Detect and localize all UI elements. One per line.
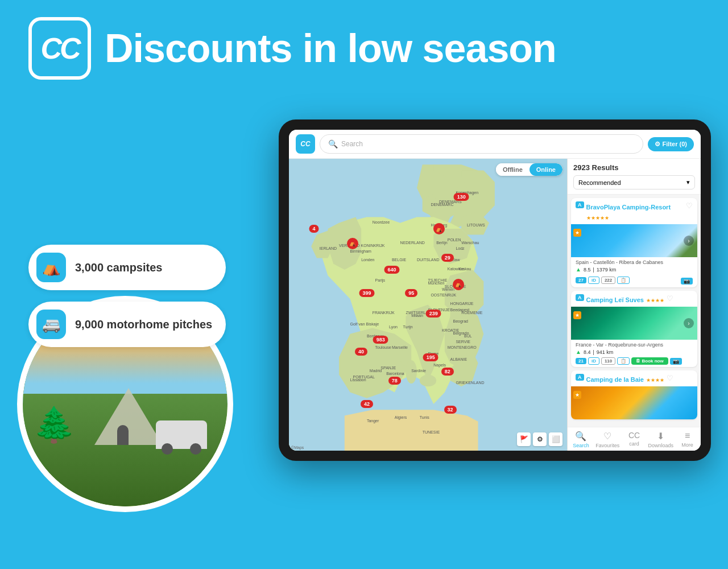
downloads-nav-label: Downloads [648, 443, 674, 448]
map-area[interactable]: NoordzeeVERENIGD KONINKRIJKNEDERLANDBELG… [289, 159, 567, 451]
card-nav-label: card [629, 441, 639, 447]
map-marker[interactable]: 40 [355, 348, 367, 356]
map-controls: 🚩 ⚙ ⬜ [517, 432, 562, 446]
card-title: Camping de la Baie [586, 376, 644, 383]
map-marker[interactable]: 29 [441, 254, 454, 262]
card-tags: 21 iD 110 📋 🗓 Book now 📷 [576, 357, 693, 365]
maps-attribution: ©Maps [291, 446, 304, 450]
svg-point-2 [406, 360, 417, 384]
nav-card[interactable]: CC card [621, 431, 648, 448]
flag-control[interactable]: 🚩 [517, 432, 531, 446]
online-offline-toggle[interactable]: Offline Online [496, 163, 562, 176]
filter-label: Filter (0) [663, 141, 687, 147]
favorite-icon[interactable]: ♡ [667, 374, 673, 382]
campsite-icon-marker[interactable]: ⛺ [453, 279, 464, 290]
map-marker[interactable]: 82 [441, 368, 454, 376]
campsite-card-3[interactable]: A Camping de la Baie ★★★★ ♡ ★ [571, 370, 697, 419]
next-image-arrow[interactable]: › [684, 236, 694, 246]
results-panel: 2923 Results Recommended ▾ A BravoPlaya … [567, 159, 701, 451]
favorites-nav-icon: ♡ [603, 431, 611, 442]
card-rating: ▲ 8.4 | 941 km [576, 349, 693, 355]
filter-button[interactable]: ⚙ Filter (0) [648, 137, 694, 151]
map-marker[interactable]: 640 [384, 266, 399, 274]
sort-label: Recommended [578, 179, 621, 186]
search-nav-icon: 🔍 [575, 431, 586, 442]
nav-search[interactable]: 🔍 Search [568, 431, 594, 448]
motorhome-label: 9,000 motorhome pitches [75, 318, 212, 331]
card-rating: ▲ 8.5 | 1379 km [576, 266, 693, 273]
card-stars: ★★★★ [646, 298, 664, 303]
camera-icon: 📷 [670, 358, 682, 365]
cc-logo: CC [28, 17, 91, 80]
map-marker[interactable]: 32 [444, 406, 457, 414]
search-icon: 🔍 [328, 139, 338, 149]
logo-text: CC [40, 31, 78, 65]
tag-cc: 222 [601, 277, 615, 284]
results-count: 2923 Results [573, 163, 695, 172]
card-image: ★ [571, 386, 697, 419]
sort-dropdown[interactable]: Recommended ▾ [573, 175, 695, 189]
map-marker[interactable]: 130 [454, 193, 469, 201]
app-logo: CC [296, 134, 315, 154]
campsite-icon-marker[interactable]: ⛺ [433, 223, 445, 234]
card-tags: 27 iD 222 📋 📷 [576, 275, 693, 285]
campsite-card-1[interactable]: A BravoPlaya Camping-Resort ★★★★★ ♡ › [571, 198, 697, 287]
card-star-badge: ★ [573, 309, 581, 319]
map-marker[interactable]: 399 [359, 289, 374, 297]
results-header: 2923 Results Recommended ▾ [568, 159, 701, 195]
campsite-icon-marker[interactable]: ⛺ [347, 238, 358, 249]
map-marker[interactable]: 78 [388, 377, 401, 385]
card-badge: A [576, 294, 584, 301]
tag-id: iD [588, 357, 599, 365]
bottom-nav: 🔍 Search ♡ Favourites CC card ⬇ Download… [568, 427, 701, 451]
offline-toggle[interactable]: Offline [496, 163, 530, 176]
tag-id: iD [588, 277, 599, 284]
header: CC Discounts in low season [0, 0, 728, 85]
search-nav-label: Search [573, 443, 589, 448]
card-badge: A [576, 201, 584, 208]
more-nav-label: More [681, 442, 693, 448]
next-image-arrow[interactable]: › [684, 318, 694, 328]
map-marker[interactable]: 42 [361, 400, 373, 408]
card-location: France - Var - Roquebrune-sur-Argens [576, 342, 693, 348]
map-marker[interactable]: 983 [373, 336, 388, 344]
card-stars: ★★★★★ [586, 215, 609, 221]
favorite-icon[interactable]: ♡ [667, 294, 673, 303]
book-now-button[interactable]: 🗓 Book now [631, 357, 668, 365]
favorite-icon[interactable]: ♡ [686, 201, 693, 210]
map-marker[interactable]: 195 [423, 353, 439, 361]
online-toggle[interactable]: Online [530, 163, 562, 176]
more-nav-icon: ≡ [685, 431, 690, 441]
campsite-card-2[interactable]: A Camping Leï Suves ★★★★ ♡ › ★ [571, 291, 697, 367]
motorhome-badge: 🚐 9,000 motorhome pitches [28, 302, 226, 347]
motorhome-icon: 🚐 [36, 310, 66, 339]
map-marker[interactable]: 239 [426, 310, 441, 318]
layers-control[interactable]: ⬜ [549, 432, 562, 446]
nav-favourites[interactable]: ♡ Favourites [594, 431, 621, 448]
europe-map [289, 159, 567, 451]
tag-cc: 110 [601, 357, 615, 365]
search-placeholder: Search [341, 140, 363, 148]
map-marker[interactable]: 4 [309, 225, 318, 233]
nav-downloads[interactable]: ⬇ Downloads [647, 431, 674, 448]
filter-icon: ⚙ [655, 141, 660, 148]
card-badge: A [576, 374, 584, 381]
chevron-down-icon: ▾ [686, 179, 690, 186]
card-title: BravoPlaya Camping-Resort [586, 204, 671, 211]
card-location: Spain - Castellón - Ribera de Cabanes [576, 259, 693, 265]
search-bar[interactable]: 🔍 Search [320, 134, 643, 154]
card-title: Camping Leï Suves [586, 296, 644, 303]
tag-number: 21 [576, 358, 586, 364]
tag-number: 27 [576, 277, 586, 283]
nav-more[interactable]: ≡ More [674, 431, 701, 448]
tablet-screen: CC 🔍 Search ⚙ Filter (0) [289, 130, 701, 451]
feature-badges: ⛺ 3,000 campsites 🚐 9,000 motorhome pitc… [28, 245, 226, 347]
downloads-nav-icon: ⬇ [657, 431, 664, 442]
campsite-badge: ⛺ 3,000 campsites [28, 245, 226, 290]
tag-doc: 📋 [617, 357, 630, 365]
map-marker[interactable]: 95 [405, 289, 417, 297]
campsite-label: 3,000 campsites [75, 261, 162, 274]
card-star-badge: ★ [573, 389, 581, 399]
content-area: NoordzeeVERENIGD KONINKRIJKNEDERLANDBELG… [289, 159, 701, 451]
settings-control[interactable]: ⚙ [533, 432, 547, 446]
